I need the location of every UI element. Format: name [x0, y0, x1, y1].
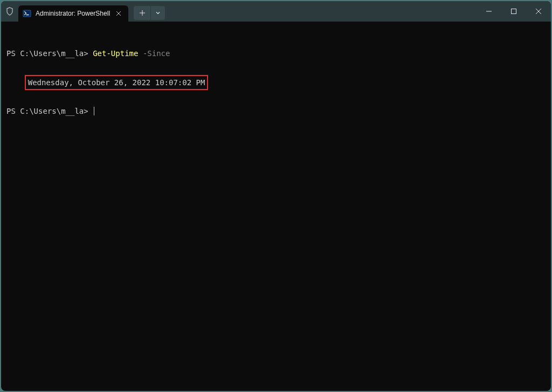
output-text: Wednesday, October 26, 2022 10:07:02 PM [28, 78, 205, 87]
new-tab-button[interactable] [134, 6, 151, 20]
window-controls [477, 1, 551, 22]
terminal-window: Administrator: PowerShell [1, 1, 551, 391]
titlebar: Administrator: PowerShell [1, 1, 551, 22]
prompt: PS C:\Users\m__la> [6, 107, 93, 115]
minimize-button[interactable] [477, 1, 501, 22]
powershell-icon [23, 9, 31, 18]
svg-rect-0 [23, 10, 31, 17]
tab-controls [134, 6, 165, 20]
output-highlight: Wednesday, October 26, 2022 10:07:02 PM [25, 75, 209, 90]
prompt: PS C:\Users\m__la> [6, 49, 93, 58]
param-text: -Since [138, 49, 170, 58]
terminal-output[interactable]: PS C:\Users\m__la> Get-Uptime -Since Wed… [1, 22, 551, 391]
maximize-button[interactable] [501, 1, 526, 22]
active-tab[interactable]: Administrator: PowerShell [18, 5, 128, 22]
tab-close-button[interactable] [114, 9, 123, 18]
admin-shield-icon [1, 1, 18, 22]
close-button[interactable] [526, 1, 551, 22]
cursor-icon [94, 107, 94, 115]
command-line-1: PS C:\Users\m__la> Get-Uptime -Since [6, 48, 546, 59]
command-line-2: PS C:\Users\m__la> [6, 106, 546, 116]
svg-rect-7 [512, 9, 516, 14]
tab-dropdown-button[interactable] [151, 6, 165, 20]
tab-title: Administrator: PowerShell [36, 10, 110, 17]
cmdlet-text: Get-Uptime [93, 49, 138, 58]
